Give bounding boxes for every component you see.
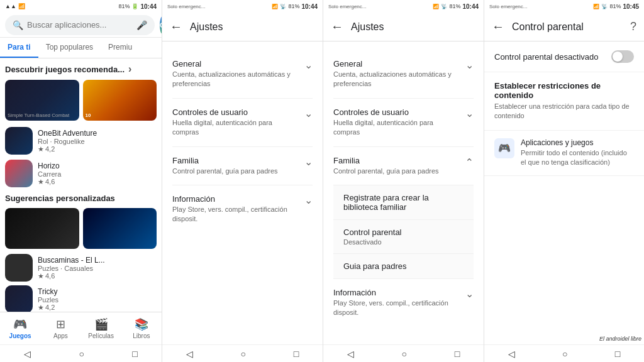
expand-item-registrate[interactable]: Registrate para crear la biblioteca fami… xyxy=(333,185,474,220)
general-title-2: General xyxy=(333,59,460,69)
control-parental-title: Control parental xyxy=(343,228,464,237)
settings-section-1: General Cuenta, actualizaciones automáti… xyxy=(162,41,323,233)
battery-icon-2: 81% xyxy=(288,3,299,9)
gamepad-icon: 🎮 xyxy=(498,142,511,154)
settings-info-1[interactable]: Información Play Store, vers. compil., c… xyxy=(172,185,313,233)
settings-general-1[interactable]: General Cuenta, actualizaciones automáti… xyxy=(172,50,313,99)
suggestion-thumb-2[interactable] xyxy=(83,208,157,249)
apps-icon: ⊞ xyxy=(56,317,65,331)
restriction-sub: Establecer una restricción para cada tip… xyxy=(494,102,634,121)
suggestion-info-1: Buscaminas - El L... Puzles · Casuales ★… xyxy=(38,256,157,280)
general-title-1: General xyxy=(172,59,299,69)
general-chevron-1: ⌄ xyxy=(304,59,313,71)
game-list-item-2[interactable]: Horizo Carrera ★ 4,6 xyxy=(5,160,157,187)
game-list-item-1[interactable]: OneBit Adventure Rol · Roguelike ★ 4,2 xyxy=(5,127,157,155)
home-btn-1[interactable]: ○ xyxy=(79,349,84,359)
time-4: 10:45 xyxy=(623,3,639,10)
suggestion-thumb-1[interactable] xyxy=(5,208,79,249)
back-btn-2[interactable]: ◁ xyxy=(186,349,193,359)
tab-top-populares[interactable]: Top populares xyxy=(38,38,101,58)
content-restriction-section: Establecer restricciones de contenido Es… xyxy=(484,72,644,131)
nav-peliculas[interactable]: 🎬 Películas xyxy=(81,315,121,342)
signal-icon-1: ▲▲ xyxy=(5,3,16,9)
info-sub-2: Play Store, vers. compil., certificación… xyxy=(333,299,460,318)
game-info-horizo: Horizo Carrera ★ 4,6 xyxy=(38,162,157,186)
discover-arrow[interactable]: › xyxy=(128,63,131,75)
recents-btn-3[interactable]: □ xyxy=(455,349,460,359)
suggestion-name-2: Tricky xyxy=(38,287,157,296)
emergency-text-4: Solo emergenc... xyxy=(489,4,527,9)
nav-apps[interactable]: ⊞ Apps xyxy=(40,315,80,342)
back-arrow-4[interactable]: ← xyxy=(492,19,504,34)
search-input[interactable] xyxy=(27,20,133,30)
suggestion-item-2[interactable]: Tricky Puzles ★ 4,2 xyxy=(5,285,157,312)
parental-toggle[interactable] xyxy=(611,50,634,63)
back-btn-3[interactable]: ◁ xyxy=(347,349,354,359)
books-icon: 📚 xyxy=(135,317,148,331)
mic-icon[interactable]: 🎤 xyxy=(136,20,147,30)
home-btn-4[interactable]: ○ xyxy=(562,349,567,359)
status-bar-1: ▲▲ 📶 81% 🔋 10:44 xyxy=(0,0,162,13)
status-right-2: 📶 📡 81% 10:44 xyxy=(272,3,318,10)
recents-btn-4[interactable]: □ xyxy=(615,349,620,359)
parental-header: ← Control parental ? xyxy=(484,13,644,41)
nav-label-apps: Apps xyxy=(53,332,68,339)
settings-usuario-2[interactable]: Controles de usuario Huella digital, aut… xyxy=(333,99,474,147)
game-thumbnails: Simple Turn-Based Combat 10 xyxy=(5,80,157,121)
game-thumb-1[interactable]: Simple Turn-Based Combat xyxy=(5,80,79,121)
expand-item-guia[interactable]: Guia para padres xyxy=(333,254,474,279)
app-games-row[interactable]: 🎮 Aplicaciones y juegos Permitir todo el… xyxy=(484,131,644,176)
search-area[interactable]: 🔍 🎤 xyxy=(5,15,155,35)
games-icon: 🎮 xyxy=(13,317,27,331)
back-btn-4[interactable]: ◁ xyxy=(508,349,515,359)
suggestion-rating-1: ★ 4,6 xyxy=(38,272,157,280)
back-btn-1[interactable]: ◁ xyxy=(24,349,31,359)
signal-icon-3: 📶 xyxy=(433,4,439,9)
status-left-1: ▲▲ 📶 xyxy=(5,3,25,9)
tab-premium[interactable]: Premiu xyxy=(101,38,140,58)
settings-info-2[interactable]: Información Play Store, vers. compil., c… xyxy=(333,279,474,327)
tabs-bar: Para ti Top populares Premiu xyxy=(0,38,162,58)
general-sub-2: Cuenta, actualizaciones automáticas y pr… xyxy=(333,70,460,89)
status-left-3: Solo emergenc... xyxy=(328,4,366,9)
familia-chevron-1: ⌄ xyxy=(304,156,313,168)
status-left-2: Solo emergenc... xyxy=(167,4,205,9)
expand-item-control-parental[interactable]: Control parental Desactivado xyxy=(333,220,474,254)
nav-libros[interactable]: 📚 Libros xyxy=(121,315,162,342)
info-chevron-2: ⌄ xyxy=(465,288,474,300)
game-info-onebit: OneBit Adventure Rol · Roguelike ★ 4,2 xyxy=(38,129,157,153)
settings-title-2: Ajustes xyxy=(351,21,384,33)
home-btn-3[interactable]: ○ xyxy=(402,349,407,359)
familia-sub-2: Control parental, guía para padres xyxy=(333,167,439,176)
info-sub-1: Play Store, vers. compil., certificación… xyxy=(172,205,299,224)
home-btn-2[interactable]: ○ xyxy=(241,349,246,359)
battery-icon-1: 🔋 xyxy=(131,3,138,9)
suggestions-header: Sugerencias personalizadas xyxy=(5,194,157,203)
tab-para-ti[interactable]: Para ti xyxy=(0,38,38,58)
suggestion-item-1[interactable]: Buscaminas - El L... Puzles · Casuales ★… xyxy=(5,254,157,282)
suggestion-thumbnails xyxy=(5,208,157,249)
recents-btn-2[interactable]: □ xyxy=(294,349,299,359)
discover-title-text: Descubrir juegos recomenda... xyxy=(5,65,125,74)
settings-usuario-1[interactable]: Controles de usuario Huella digital, aut… xyxy=(172,99,313,147)
parental-content: Control parental desactivado Establecer … xyxy=(484,41,644,344)
settings-general-2[interactable]: General Cuenta, actualizaciones automáti… xyxy=(333,50,474,99)
game-meta-horizo: Carrera xyxy=(38,170,157,178)
settings-familia-1[interactable]: Familia Control parental, guía para padr… xyxy=(172,147,313,185)
usuario-title-1: Controles de usuario xyxy=(172,107,299,117)
game-rating-horizo: ★ 4,6 xyxy=(38,178,157,186)
game-thumb-2[interactable]: 10 xyxy=(83,80,157,121)
guia-title: Guia para padres xyxy=(343,261,464,271)
nav-juegos[interactable]: 🎮 Juegos xyxy=(0,315,40,342)
back-arrow-1[interactable]: ← xyxy=(170,19,182,34)
back-arrow-2[interactable]: ← xyxy=(331,19,343,34)
wifi-icon-4: 📡 xyxy=(601,4,608,9)
panel-settings-1: Solo emergenc... 📶 📡 81% 10:44 ← Ajustes… xyxy=(162,0,323,362)
nav-label-juegos: Juegos xyxy=(9,332,31,339)
help-icon[interactable]: ? xyxy=(630,20,636,33)
settings-familia-2[interactable]: Familia Control parental, guía para padr… xyxy=(333,147,474,185)
recents-btn-1[interactable]: □ xyxy=(132,349,137,359)
settings-info-text-2: Información Play Store, vers. compil., c… xyxy=(333,288,460,318)
settings-section-2: General Cuenta, actualizaciones automáti… xyxy=(323,41,484,327)
settings-familia-text-1: Familia Control parental, guía para padr… xyxy=(172,156,278,176)
